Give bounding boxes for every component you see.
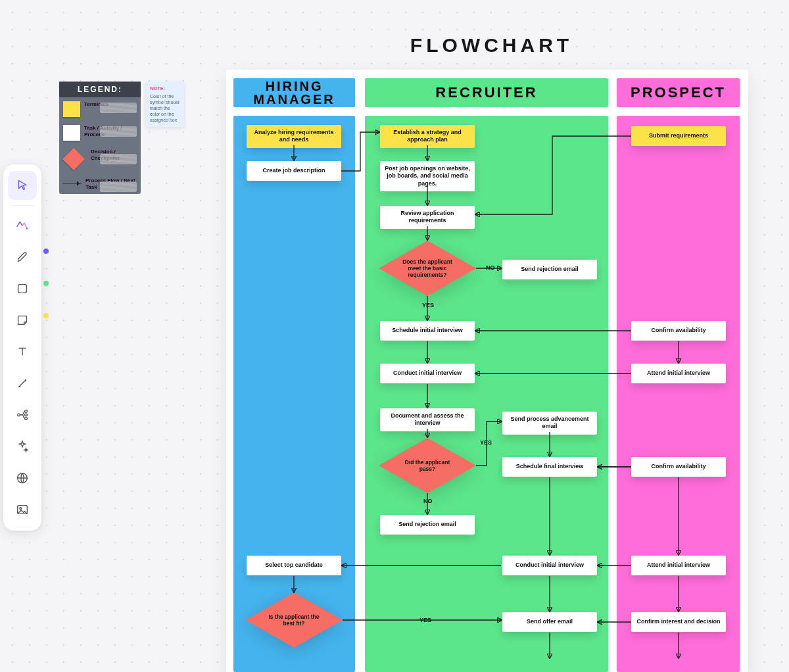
node-rc-dec-basic[interactable]: Does the applicant meet the basic requir… bbox=[379, 241, 476, 296]
tool-indicator-dot bbox=[43, 281, 49, 286]
legend-swatch-process bbox=[63, 125, 80, 141]
decision-text: Does the applicant meet the basic requir… bbox=[401, 258, 454, 279]
node-rc-reject1[interactable]: Send rejection email bbox=[502, 260, 597, 279]
note-body: Color of the symbol should match the col… bbox=[150, 93, 180, 123]
legend-header: LEGEND: bbox=[59, 82, 141, 97]
node-hm-analyze[interactable]: Analyze hiring requirements and needs bbox=[247, 125, 341, 148]
svg-point-4 bbox=[25, 418, 28, 420]
connector-tool[interactable] bbox=[8, 369, 37, 398]
node-rc-review[interactable]: Review application requirements bbox=[380, 206, 475, 229]
legend-swatch-decision bbox=[62, 148, 85, 170]
lane-title: RECRUITER bbox=[435, 84, 537, 101]
lane-header-hiring-manager[interactable]: HIRING MANAGER bbox=[233, 78, 355, 107]
sticky-tool[interactable] bbox=[8, 306, 37, 335]
lane-body-recruiter[interactable] bbox=[365, 116, 608, 672]
mindmap-tool[interactable] bbox=[8, 400, 37, 429]
legend-item: Terminals bbox=[59, 97, 141, 121]
node-rc-post[interactable]: Post job openings on website, job boards… bbox=[380, 161, 475, 191]
legend-item: Decision / Checkpoint bbox=[59, 145, 141, 174]
lane-title: PROSPECT bbox=[631, 84, 726, 101]
node-rc-conduct2[interactable]: Conduct initial interview bbox=[502, 556, 597, 575]
tool-indicator-dot bbox=[43, 313, 49, 318]
edge-label-no: NO bbox=[486, 264, 495, 271]
lane-body-hiring-manager[interactable] bbox=[233, 116, 355, 672]
node-pr-confirm3[interactable]: Confirm interest and decision bbox=[631, 612, 726, 632]
node-rc-strategy[interactable]: Establish a strategy and approach plan bbox=[380, 125, 475, 148]
tool-indicator-dot bbox=[43, 249, 49, 254]
node-pr-submit[interactable]: Submit requirements bbox=[631, 126, 726, 146]
lane-header-prospect[interactable]: PROSPECT bbox=[617, 78, 740, 107]
node-rc-offer[interactable]: Send offer email bbox=[502, 612, 597, 632]
node-rc-reject2[interactable]: Send rejection email bbox=[380, 515, 475, 535]
draw-tool[interactable] bbox=[8, 243, 37, 272]
svg-point-3 bbox=[25, 414, 28, 416]
edge-label-no: NO bbox=[423, 498, 433, 504]
node-rc-dec-pass[interactable]: Did the applicant pass? bbox=[379, 438, 476, 493]
edge-label-yes: YES bbox=[480, 439, 492, 446]
legend-item: Task / Activity / Process bbox=[59, 121, 141, 145]
separator bbox=[11, 205, 34, 206]
node-rc-advance[interactable]: Send process advancement email bbox=[502, 412, 597, 435]
legend-card[interactable]: LEGEND: Terminals Task / Activity / Proc… bbox=[59, 82, 141, 194]
shape-tool[interactable] bbox=[8, 274, 37, 303]
node-hm-dec-fit[interactable]: Is the applicant the best fit? bbox=[245, 592, 343, 648]
web-tool[interactable] bbox=[8, 464, 37, 492]
node-hm-select[interactable]: Select top candidate bbox=[247, 556, 341, 575]
svg-point-1 bbox=[18, 414, 20, 416]
node-rc-schedule[interactable]: Schedule initial interview bbox=[380, 321, 475, 341]
node-rc-schedfinal[interactable]: Schedule final interview bbox=[502, 457, 597, 477]
node-pr-confirm2[interactable]: Confirm availability bbox=[631, 457, 726, 477]
decision-text: Is the applicant the best fit? bbox=[268, 613, 320, 627]
edge-label-yes: YES bbox=[419, 617, 431, 623]
node-rc-conduct[interactable]: Conduct initial interview bbox=[380, 364, 475, 383]
svg-point-7 bbox=[20, 508, 22, 510]
node-rc-document[interactable]: Document and assess the interview bbox=[380, 408, 475, 431]
legend-item: Process Flow / Next Task bbox=[59, 174, 141, 194]
node-pr-attend1[interactable]: Attend initial interview bbox=[631, 364, 726, 383]
lane-header-recruiter[interactable]: RECRUITER bbox=[365, 78, 608, 107]
edge-label-yes: YES bbox=[422, 302, 434, 308]
node-pr-confirm1[interactable]: Confirm availability bbox=[631, 321, 726, 341]
svg-rect-0 bbox=[18, 285, 27, 293]
lane-body-prospect[interactable] bbox=[617, 116, 740, 672]
tool-toolbar bbox=[3, 164, 41, 531]
lane-title: HIRING MANAGER bbox=[233, 80, 355, 106]
svg-point-2 bbox=[25, 410, 28, 413]
ai-generate-tool[interactable] bbox=[8, 211, 37, 240]
image-tool[interactable] bbox=[8, 495, 37, 524]
text-tool[interactable] bbox=[8, 337, 37, 366]
legend-swatch-arrow bbox=[63, 183, 82, 183]
page-title: FLOWCHART bbox=[233, 34, 750, 57]
note-header: NOTE: bbox=[150, 85, 180, 92]
legend-swatch-terminal bbox=[63, 101, 80, 117]
node-pr-attend2[interactable]: Attend initial interview bbox=[631, 556, 726, 575]
select-tool[interactable] bbox=[8, 171, 37, 200]
note-card[interactable]: NOTE: Color of the symbol should match t… bbox=[146, 82, 184, 127]
decision-text: Did the applicant pass? bbox=[401, 459, 454, 472]
magic-tool[interactable] bbox=[8, 432, 37, 461]
node-hm-jobdesc[interactable]: Create job description bbox=[247, 161, 341, 181]
